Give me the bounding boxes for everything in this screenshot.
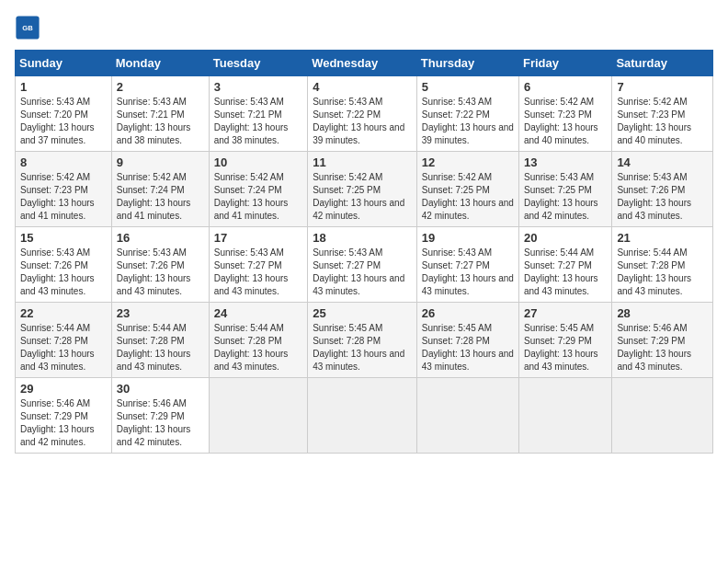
calendar-table: Sunday Monday Tuesday Wednesday Thursday… xyxy=(15,50,713,454)
calendar-week-row: 1 Sunrise: 5:43 AMSunset: 7:20 PMDayligh… xyxy=(16,76,713,152)
day-detail: Sunrise: 5:43 AMSunset: 7:27 PMDaylight:… xyxy=(313,247,404,296)
day-number: 23 xyxy=(117,306,204,320)
day-number: 3 xyxy=(214,80,302,94)
day-number: 4 xyxy=(313,80,412,94)
day-number: 25 xyxy=(313,306,412,320)
calendar-cell xyxy=(308,378,417,454)
header-tuesday: Tuesday xyxy=(209,51,307,76)
day-detail: Sunrise: 5:42 AMSunset: 7:25 PMDaylight:… xyxy=(313,172,404,221)
calendar-cell: 24 Sunrise: 5:44 AMSunset: 7:28 PMDaylig… xyxy=(209,303,307,378)
header-thursday: Thursday xyxy=(416,51,518,76)
day-detail: Sunrise: 5:44 AMSunset: 7:28 PMDaylight:… xyxy=(617,247,691,296)
day-number: 7 xyxy=(617,80,708,94)
day-detail: Sunrise: 5:43 AMSunset: 7:21 PMDaylight:… xyxy=(117,97,191,145)
day-detail: Sunrise: 5:42 AMSunset: 7:23 PMDaylight:… xyxy=(524,97,598,145)
calendar-cell: 30 Sunrise: 5:46 AMSunset: 7:29 PMDaylig… xyxy=(111,378,209,454)
day-detail: Sunrise: 5:42 AMSunset: 7:23 PMDaylight:… xyxy=(20,172,95,221)
day-detail: Sunrise: 5:43 AMSunset: 7:26 PMDaylight:… xyxy=(117,247,191,296)
calendar-cell: 3 Sunrise: 5:43 AMSunset: 7:21 PMDayligh… xyxy=(209,76,307,152)
day-number: 30 xyxy=(117,382,204,396)
calendar-cell: 26 Sunrise: 5:45 AMSunset: 7:28 PMDaylig… xyxy=(416,303,518,378)
calendar-cell: 28 Sunrise: 5:46 AMSunset: 7:29 PMDaylig… xyxy=(612,303,713,378)
day-number: 24 xyxy=(214,306,302,320)
calendar-week-row: 22 Sunrise: 5:44 AMSunset: 7:28 PMDaylig… xyxy=(16,303,713,378)
day-detail: Sunrise: 5:43 AMSunset: 7:20 PMDaylight:… xyxy=(20,97,95,145)
calendar-cell: 5 Sunrise: 5:43 AMSunset: 7:22 PMDayligh… xyxy=(416,76,518,152)
calendar-cell xyxy=(209,378,307,454)
day-detail: Sunrise: 5:42 AMSunset: 7:24 PMDaylight:… xyxy=(214,172,289,221)
day-detail: Sunrise: 5:45 AMSunset: 7:28 PMDaylight:… xyxy=(313,323,404,372)
day-detail: Sunrise: 5:43 AMSunset: 7:22 PMDaylight:… xyxy=(422,97,514,145)
header-sunday: Sunday xyxy=(16,51,112,76)
page-header: GB xyxy=(15,15,713,40)
day-detail: Sunrise: 5:43 AMSunset: 7:27 PMDaylight:… xyxy=(422,247,514,296)
day-detail: Sunrise: 5:43 AMSunset: 7:27 PMDaylight:… xyxy=(214,247,289,296)
calendar-cell: 15 Sunrise: 5:43 AMSunset: 7:26 PMDaylig… xyxy=(16,227,112,303)
day-detail: Sunrise: 5:43 AMSunset: 7:26 PMDaylight:… xyxy=(617,172,691,221)
day-number: 8 xyxy=(20,155,107,169)
header-friday: Friday xyxy=(518,51,611,76)
calendar-cell xyxy=(416,378,518,454)
calendar-cell: 2 Sunrise: 5:43 AMSunset: 7:21 PMDayligh… xyxy=(111,76,209,152)
day-number: 15 xyxy=(20,231,107,245)
calendar-cell: 21 Sunrise: 5:44 AMSunset: 7:28 PMDaylig… xyxy=(612,227,713,303)
day-detail: Sunrise: 5:45 AMSunset: 7:28 PMDaylight:… xyxy=(422,323,514,372)
calendar-cell: 25 Sunrise: 5:45 AMSunset: 7:28 PMDaylig… xyxy=(308,303,417,378)
calendar-cell: 18 Sunrise: 5:43 AMSunset: 7:27 PMDaylig… xyxy=(308,227,417,303)
day-number: 1 xyxy=(20,80,107,94)
calendar-cell xyxy=(612,378,713,454)
day-detail: Sunrise: 5:46 AMSunset: 7:29 PMDaylight:… xyxy=(117,398,191,447)
calendar-cell: 14 Sunrise: 5:43 AMSunset: 7:26 PMDaylig… xyxy=(612,152,713,227)
calendar-cell: 23 Sunrise: 5:44 AMSunset: 7:28 PMDaylig… xyxy=(111,303,209,378)
day-detail: Sunrise: 5:42 AMSunset: 7:23 PMDaylight:… xyxy=(617,97,691,145)
calendar-cell: 29 Sunrise: 5:46 AMSunset: 7:29 PMDaylig… xyxy=(16,378,112,454)
header-saturday: Saturday xyxy=(612,51,713,76)
logo: GB xyxy=(15,15,44,40)
day-detail: Sunrise: 5:42 AMSunset: 7:25 PMDaylight:… xyxy=(422,172,514,221)
day-detail: Sunrise: 5:45 AMSunset: 7:29 PMDaylight:… xyxy=(524,323,598,372)
calendar-week-row: 8 Sunrise: 5:42 AMSunset: 7:23 PMDayligh… xyxy=(16,152,713,227)
day-detail: Sunrise: 5:44 AMSunset: 7:28 PMDaylight:… xyxy=(214,323,289,372)
calendar-cell: 20 Sunrise: 5:44 AMSunset: 7:27 PMDaylig… xyxy=(518,227,611,303)
header-monday: Monday xyxy=(111,51,209,76)
day-number: 20 xyxy=(524,231,607,245)
calendar-cell: 12 Sunrise: 5:42 AMSunset: 7:25 PMDaylig… xyxy=(416,152,518,227)
day-number: 27 xyxy=(524,306,607,320)
day-number: 2 xyxy=(117,80,204,94)
day-number: 13 xyxy=(524,155,607,169)
day-number: 14 xyxy=(617,155,708,169)
day-number: 18 xyxy=(313,231,412,245)
calendar-week-row: 29 Sunrise: 5:46 AMSunset: 7:29 PMDaylig… xyxy=(16,378,713,454)
day-number: 5 xyxy=(422,80,514,94)
calendar-cell xyxy=(518,378,611,454)
day-detail: Sunrise: 5:43 AMSunset: 7:26 PMDaylight:… xyxy=(20,247,95,296)
day-detail: Sunrise: 5:43 AMSunset: 7:25 PMDaylight:… xyxy=(524,172,598,221)
day-detail: Sunrise: 5:43 AMSunset: 7:21 PMDaylight:… xyxy=(214,97,289,145)
calendar-cell: 10 Sunrise: 5:42 AMSunset: 7:24 PMDaylig… xyxy=(209,152,307,227)
day-number: 10 xyxy=(214,155,302,169)
day-number: 12 xyxy=(422,155,514,169)
calendar-cell: 4 Sunrise: 5:43 AMSunset: 7:22 PMDayligh… xyxy=(308,76,417,152)
calendar-cell: 13 Sunrise: 5:43 AMSunset: 7:25 PMDaylig… xyxy=(518,152,611,227)
svg-text:GB: GB xyxy=(22,24,33,32)
day-number: 26 xyxy=(422,306,514,320)
day-detail: Sunrise: 5:44 AMSunset: 7:27 PMDaylight:… xyxy=(524,247,598,296)
calendar-cell: 17 Sunrise: 5:43 AMSunset: 7:27 PMDaylig… xyxy=(209,227,307,303)
day-number: 19 xyxy=(422,231,514,245)
calendar-header-row: Sunday Monday Tuesday Wednesday Thursday… xyxy=(16,51,713,76)
calendar-cell: 1 Sunrise: 5:43 AMSunset: 7:20 PMDayligh… xyxy=(16,76,112,152)
calendar-cell: 11 Sunrise: 5:42 AMSunset: 7:25 PMDaylig… xyxy=(308,152,417,227)
calendar-cell: 8 Sunrise: 5:42 AMSunset: 7:23 PMDayligh… xyxy=(16,152,112,227)
day-number: 28 xyxy=(617,306,708,320)
day-number: 17 xyxy=(214,231,302,245)
day-detail: Sunrise: 5:46 AMSunset: 7:29 PMDaylight:… xyxy=(617,323,691,372)
day-detail: Sunrise: 5:44 AMSunset: 7:28 PMDaylight:… xyxy=(20,323,95,372)
header-wednesday: Wednesday xyxy=(308,51,417,76)
calendar-cell: 6 Sunrise: 5:42 AMSunset: 7:23 PMDayligh… xyxy=(518,76,611,152)
day-number: 9 xyxy=(117,155,204,169)
calendar-cell: 7 Sunrise: 5:42 AMSunset: 7:23 PMDayligh… xyxy=(612,76,713,152)
day-number: 29 xyxy=(20,382,107,396)
calendar-cell: 19 Sunrise: 5:43 AMSunset: 7:27 PMDaylig… xyxy=(416,227,518,303)
day-number: 11 xyxy=(313,155,412,169)
calendar-cell: 27 Sunrise: 5:45 AMSunset: 7:29 PMDaylig… xyxy=(518,303,611,378)
